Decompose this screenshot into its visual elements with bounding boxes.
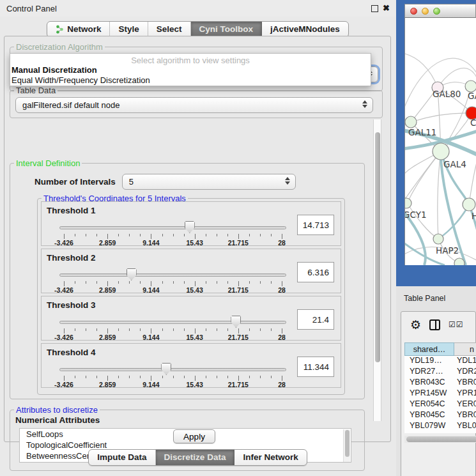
threshold-value-field[interactable]: 21.4 <box>297 309 334 330</box>
network-node-gal4[interactable] <box>433 143 449 160</box>
cell-shared-name: YER054C <box>404 399 454 410</box>
tick-mark <box>217 328 217 331</box>
tick-mark <box>96 328 97 331</box>
dropdown-option-manual[interactable]: Manual Discretization <box>10 65 371 75</box>
tick-label: 9.144 <box>142 381 159 388</box>
dropdown-option-equal-width[interactable]: Equal Width/Frequency Discretization <box>10 75 371 85</box>
threshold-value-field[interactable]: 11.344 <box>297 357 334 377</box>
threshold-value-field[interactable]: 6.316 <box>297 262 334 282</box>
table-row[interactable]: YDL19…YDL1 <box>404 356 476 367</box>
threshold-value-field[interactable]: 14.713 <box>297 215 334 235</box>
table-data-combobox[interactable]: galFiltered.sif default node <box>15 97 373 113</box>
slider-track[interactable] <box>59 273 286 277</box>
table-row[interactable]: YBR045CYBR0 <box>404 410 476 421</box>
tick-mark <box>238 281 239 286</box>
number-of-intervals-label: Number of Intervals <box>35 177 116 187</box>
tick-mark <box>151 328 151 334</box>
tick-mark <box>282 376 282 381</box>
cell-name: YBR0 <box>454 378 476 388</box>
tick-mark <box>107 281 108 286</box>
node-table[interactable]: shared… n YDL19…YDL1YDR27…YDR2YBR043CYBR… <box>404 342 476 433</box>
zoom-traffic-light-icon[interactable] <box>433 8 440 15</box>
split-pane-icon[interactable] <box>429 319 440 330</box>
tick-mark <box>118 281 119 284</box>
network-node-h[interactable] <box>463 198 475 211</box>
scrollbar-thumb[interactable] <box>375 132 380 362</box>
tick-mark <box>107 328 108 334</box>
tick-mark <box>64 328 65 334</box>
table-row[interactable]: YBL079WYBL0 <box>404 421 476 432</box>
scrollbar-thumb[interactable] <box>406 436 476 442</box>
close-icon[interactable]: ✖ <box>383 3 390 13</box>
float-icon[interactable] <box>371 5 378 12</box>
tick-mark <box>238 234 239 239</box>
table-row[interactable]: YDR27…YDR2 <box>404 367 476 378</box>
threshold-coordinates-group: Threshold's Coordinates for 5 Intervals … <box>37 198 345 395</box>
apply-button[interactable]: Apply <box>173 429 215 443</box>
slider-track[interactable] <box>59 226 286 229</box>
minimize-traffic-light-icon[interactable] <box>422 8 429 15</box>
tab-cyni-toolbox[interactable]: Cyni Toolbox <box>191 22 263 37</box>
tab-jactivemnodules[interactable]: jActiveMNodules <box>262 22 348 37</box>
tick-mark <box>238 328 239 334</box>
tick-mark <box>64 281 65 286</box>
tick-label: 2.859 <box>99 334 116 341</box>
tick-mark <box>227 328 228 331</box>
settings-scrollbar[interactable] <box>373 119 381 421</box>
network-node[interactable] <box>454 258 464 265</box>
cyni-toolbox-panel: Discretization Algorithm Select algorith… <box>4 36 391 442</box>
tab-style[interactable]: Style <box>110 22 148 37</box>
tab-infer-network[interactable]: Infer Network <box>234 450 306 465</box>
slider-track[interactable] <box>59 368 286 371</box>
cell-name: YPR1 <box>454 388 476 399</box>
checkbox-icons[interactable]: ☑☑ <box>449 320 464 329</box>
tick-mark <box>282 281 282 286</box>
slider-track[interactable] <box>59 321 286 324</box>
slider-thumb[interactable] <box>185 221 195 233</box>
network-canvas[interactable]: GAL80GACGAL11GAL4GCY1HHAP2 <box>404 18 476 265</box>
column-header-name[interactable]: n <box>454 342 476 356</box>
tick-mark <box>151 376 151 381</box>
slider-thumb[interactable] <box>127 268 137 280</box>
number-of-intervals-combobox[interactable]: 5 <box>122 174 296 190</box>
close-traffic-light-icon[interactable] <box>410 8 417 15</box>
table-row[interactable]: YBR043CYBR0 <box>404 378 476 388</box>
slider-thumb[interactable] <box>231 316 241 328</box>
tick-mark <box>173 234 174 236</box>
table-row[interactable]: YLR345WYLR3 <box>404 432 476 433</box>
gear-icon[interactable]: ⚙ <box>410 319 421 331</box>
network-node-gal11[interactable] <box>405 116 417 128</box>
tick-label: 15.43 <box>186 381 203 388</box>
tab-select[interactable]: Select <box>148 22 191 37</box>
network-node-hap2[interactable] <box>433 234 443 244</box>
table-toolbar: ⚙ ☑☑ <box>401 312 475 337</box>
tick-label: 9.144 <box>142 334 159 341</box>
tick-mark <box>206 376 206 378</box>
tick-mark <box>195 328 196 334</box>
tick-mark <box>118 234 119 236</box>
tab-network[interactable]: Network <box>47 22 110 37</box>
tab-label: Network <box>67 24 101 34</box>
table-horizontal-scrollbar[interactable] <box>404 436 476 443</box>
tick-label: 28 <box>278 334 286 341</box>
node-label: GAL11 <box>408 127 436 137</box>
network-node-gcy1[interactable] <box>405 198 411 208</box>
network-window: GAL80GACGAL11GAL4GCY1HHAP2 <box>396 0 476 286</box>
tick-mark <box>227 234 228 236</box>
tab-discretize-data[interactable]: Discretize Data <box>156 450 235 465</box>
column-header-shared-name[interactable]: shared… <box>404 342 454 356</box>
tick-mark <box>173 328 174 331</box>
tick-mark <box>118 328 119 331</box>
threshold-row-4: Threshold 4-3.4262.8599.14415.4321.71528… <box>41 343 341 388</box>
tick-label: 9.144 <box>142 239 159 247</box>
tab-impute-data[interactable]: Impute Data <box>89 450 155 465</box>
tick-label: 28 <box>278 239 286 247</box>
tick-mark <box>206 281 206 284</box>
dropdown-prompt: Select algorithm to view settings <box>10 54 371 65</box>
table-row[interactable]: YPR145WYPR1 <box>404 388 476 399</box>
slider-thumb[interactable] <box>161 363 171 375</box>
tick-mark <box>271 234 272 236</box>
table-row[interactable]: YER054CYER0 <box>404 399 476 410</box>
interval-definition-group: Interval Definition Number of Intervals … <box>10 163 365 399</box>
cell-shared-name: YBR043C <box>404 378 454 388</box>
